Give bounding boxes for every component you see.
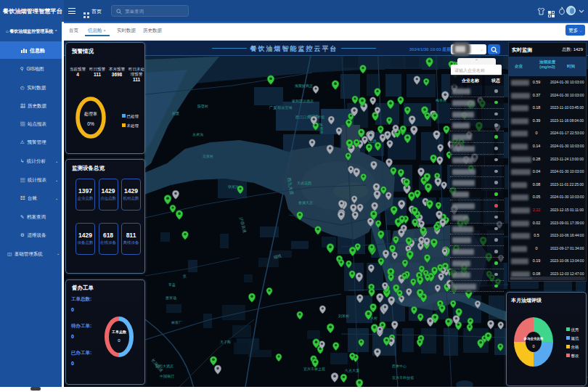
svg-text:天子殿: 天子殿 — [220, 340, 231, 345]
svg-text:中国银行: 中国银行 — [160, 374, 174, 379]
svg-text:常盘: 常盘 — [168, 282, 176, 287]
svg-text:陈壁村: 陈壁村 — [197, 104, 208, 109]
svg-text:唐家场: 唐家场 — [166, 295, 176, 301]
svg-text:水凌沟: 水凌沟 — [192, 132, 203, 137]
svg-text:闲置: 闲置 — [172, 111, 179, 116]
svg-text:紫荆壁运酒店: 紫荆壁运酒店 — [292, 99, 314, 104]
svg-text:林家厂: 林家厂 — [171, 320, 182, 324]
svg-text:天成花园: 天成花园 — [297, 181, 311, 186]
svg-text:宜兴市林之苑: 宜兴市林之苑 — [303, 367, 325, 372]
svg-text:宜兴市科技馆: 宜兴市科技馆 — [392, 375, 414, 380]
svg-text:毛家村: 毛家村 — [203, 154, 213, 159]
svg-text:西食中心: 西食中心 — [392, 364, 407, 369]
svg-text:久光大厦: 久光大厦 — [345, 368, 359, 373]
svg-text:刘家村: 刘家村 — [338, 314, 349, 319]
svg-text:春满天店: 春满天店 — [298, 200, 313, 205]
svg-text:广厦 职水宝城: 广厦 职水宝城 — [269, 105, 292, 110]
svg-text:海聚财商店: 海聚财商店 — [295, 83, 313, 89]
